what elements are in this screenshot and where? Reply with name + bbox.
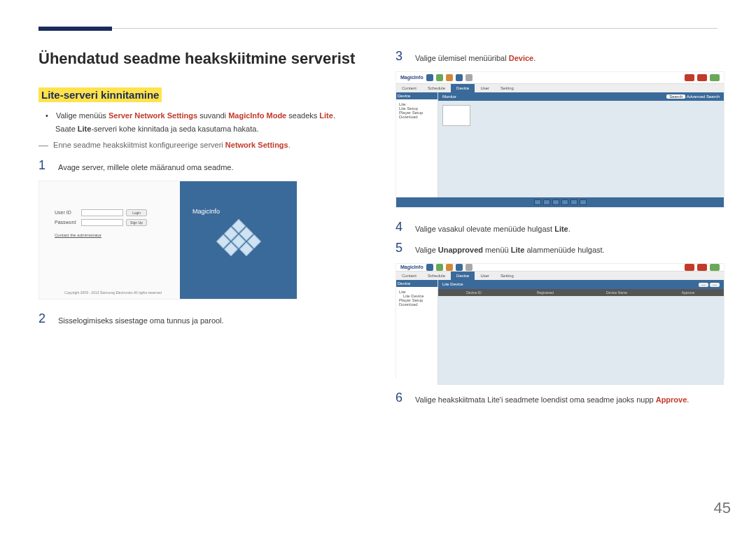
tab-setting[interactable]: Setting — [495, 84, 519, 92]
step-number: 1 — [38, 159, 48, 171]
sidebar-item[interactable]: Download — [399, 302, 435, 307]
tab-user[interactable]: User — [475, 272, 495, 280]
password-input[interactable] — [81, 219, 123, 226]
tab-device[interactable]: Device — [451, 84, 475, 92]
grid-header: Device ID Registered Device Name Approve — [438, 289, 724, 296]
top-icon[interactable] — [446, 74, 453, 81]
top-icon[interactable] — [446, 264, 453, 271]
top-icon[interactable] — [465, 74, 472, 81]
step-text: Valige vasakul olevate menüüde hulgast L… — [415, 220, 570, 235]
step-text: Valige heakskiitmata Lite'i seadmete loe… — [415, 391, 689, 406]
tab-schedule[interactable]: Schedule — [422, 84, 451, 92]
header-accent-bar — [38, 27, 112, 31]
txt: . — [687, 395, 689, 404]
txt: . — [533, 54, 536, 62]
note-kw: Network Settings — [225, 141, 288, 149]
footer-button[interactable] — [580, 199, 587, 205]
footer-button[interactable] — [561, 199, 568, 205]
top-icon[interactable] — [436, 74, 443, 81]
left-column: Ühendatud seadme heakskiitmine serverist… — [38, 50, 360, 412]
userid-label: User ID — [55, 210, 78, 215]
tab-setting[interactable]: Setting — [495, 272, 519, 280]
right-column: 3 Valige ülemisel menüüribal Device. Mag… — [396, 50, 718, 412]
contact-admin-link[interactable]: Contact the administrator — [55, 233, 172, 237]
footer-button[interactable] — [552, 199, 559, 205]
txt: -serveri kohe kinnitada ja seda kasutama… — [91, 125, 258, 133]
tab-content[interactable]: Content — [396, 84, 422, 92]
top-icon[interactable] — [465, 264, 472, 271]
top-icon[interactable] — [426, 74, 433, 81]
diamond-logo-icon — [220, 221, 258, 259]
step-number: 2 — [38, 312, 48, 325]
kw: Lite — [78, 125, 92, 133]
app-sidebar: Device Lite Lite Setup Player Setup Down… — [396, 92, 438, 197]
kw: Unapproved — [438, 246, 483, 254]
tab-schedule[interactable]: Schedule — [422, 272, 451, 280]
app-logo: MagicInfo — [400, 265, 424, 269]
step-number: 3 — [396, 50, 405, 62]
status-icon[interactable] — [685, 264, 694, 271]
monitor-label: Monitor — [442, 94, 456, 99]
login-button[interactable]: Login — [126, 209, 147, 216]
section-title: Lite-serveri kinnitamine — [38, 87, 162, 102]
screenshot-app-monitor: MagicInfo Content Schedule Device User — [396, 71, 724, 208]
col-header: Device Name — [581, 290, 652, 295]
note-text: Enne seadme heakskiitmist konfigureerige… — [53, 141, 225, 149]
search-button[interactable]: Search — [666, 94, 685, 99]
txt: Valige heakskiitmata Lite'i seadmete loe… — [415, 395, 656, 404]
txt: Valige vasakul olevate menüüde hulgast — [415, 225, 554, 233]
txt: Valige — [415, 246, 438, 254]
kw: MagicInfo Mode — [228, 111, 286, 120]
status-icon[interactable] — [685, 74, 694, 81]
kw: Lite — [554, 225, 568, 233]
header-rule — [38, 28, 718, 29]
status-icon[interactable] — [697, 264, 707, 271]
col-header: Approve — [652, 290, 724, 295]
screenshot-app-unapproved: MagicInfo Content Schedule Device User — [396, 263, 724, 379]
device-thumbnail[interactable] — [442, 105, 470, 126]
step-number: 5 — [396, 241, 405, 254]
intro-bullets: Valige menüüs Server Network Settings su… — [46, 109, 360, 135]
step-6: 6 Valige heakskiitmata Lite'i seadmete l… — [396, 391, 718, 406]
txt: alammenüüde hulgast. — [524, 246, 604, 254]
top-icon[interactable] — [456, 74, 463, 81]
top-icon[interactable] — [436, 264, 443, 271]
lite-device-label: Lite Device — [442, 282, 463, 286]
txt: Saate — [55, 125, 78, 133]
page-title: Ühendatud seadme heakskiitmine serverist — [38, 50, 360, 68]
top-icon[interactable] — [456, 264, 463, 271]
top-icon[interactable] — [426, 264, 433, 271]
action-button[interactable]: ⋯ — [710, 283, 720, 287]
userid-input[interactable] — [81, 209, 123, 216]
step-5: 5 Valige Unapproved menüü Lite alammenüü… — [396, 241, 718, 256]
page-number: 45 — [714, 499, 731, 517]
sidebar-item[interactable]: Download — [399, 115, 435, 119]
footer-button[interactable] — [543, 199, 550, 205]
bullet-1: Valige menüüs Server Network Settings su… — [46, 109, 360, 135]
step-3: 3 Valige ülemisel menüüribal Device. — [396, 50, 718, 64]
note-line: Enne seadme heakskiitmist konfigureerige… — [38, 141, 360, 149]
status-icon[interactable] — [697, 74, 707, 81]
footer-button[interactable] — [570, 199, 578, 205]
kw: Lite — [319, 111, 333, 120]
tab-user[interactable]: User — [475, 84, 495, 92]
step-1: 1 Avage server, millele olete määranud o… — [38, 159, 360, 174]
col-header: Device ID — [438, 290, 510, 295]
signup-button[interactable]: Sign Up — [126, 219, 147, 226]
status-icon[interactable] — [710, 74, 720, 81]
copyright-text: Copyright 2009 - 2013 Samsung Electronic… — [55, 290, 172, 295]
note-text: . — [288, 141, 290, 149]
advanced-search-link[interactable]: Advanced Search — [687, 94, 720, 99]
txt: Valige menüüs — [56, 111, 108, 120]
dash-icon — [38, 146, 48, 146]
status-icon[interactable] — [710, 264, 720, 271]
step-text: Sisselogimiseks sisestage oma tunnus ja … — [58, 312, 224, 327]
action-button[interactable]: ⋯ — [699, 283, 708, 287]
tab-device[interactable]: Device — [451, 272, 475, 280]
col-header: Registered — [510, 290, 581, 295]
footer-button[interactable] — [534, 199, 541, 205]
step-4: 4 Valige vasakul olevate menüüde hulgast… — [396, 220, 718, 235]
step-text: Valige ülemisel menüüribal Device. — [415, 50, 536, 64]
tab-content[interactable]: Content — [396, 272, 422, 280]
txt: menüü — [483, 246, 511, 254]
